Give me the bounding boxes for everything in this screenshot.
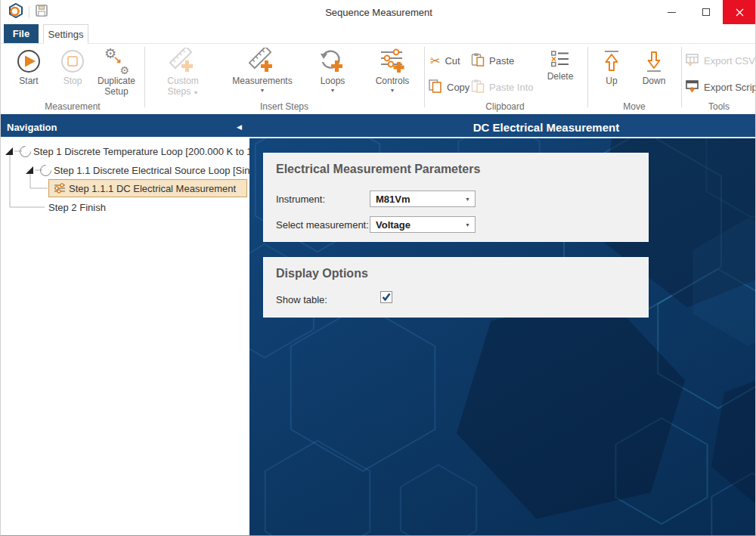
navigation-header: Navigation ◀: [1, 117, 249, 137]
navigation-title: Navigation: [7, 122, 57, 133]
titlebar-separator: [29, 6, 29, 18]
tree-item-step1-1[interactable]: Step 1.1 Discrete Electrical Source Loop…: [26, 162, 249, 178]
cut-icon: ✂: [430, 54, 440, 68]
display-options-title: Display Options: [276, 267, 368, 280]
minimize-icon: [668, 12, 676, 13]
copy-button[interactable]: Copy: [429, 78, 469, 96]
navigation-panel: Navigation ◀ Step 1 Discrete Temperature…: [1, 117, 249, 536]
export-csv-button[interactable]: Export CSV: [686, 51, 755, 70]
export-csv-icon: [686, 53, 699, 69]
main-header: DC Electrical Measurement: [249, 117, 756, 137]
display-options-card: Display Options Show table:: [263, 257, 649, 318]
sequence-tree: Step 1 Discrete Temperature Loop [200.00…: [1, 137, 249, 536]
dropdown-caret-icon: ▼: [260, 88, 265, 94]
dropdown-caret-icon: ▼: [194, 90, 199, 95]
select-measurement-dropdown[interactable]: Voltage ▼: [370, 216, 476, 233]
show-table-checkbox[interactable]: [380, 291, 392, 303]
instrument-label: Instrument:: [276, 194, 325, 205]
checkmark-icon: [382, 293, 391, 302]
controls-icon: [379, 47, 406, 76]
collapse-panel-button[interactable]: ◀: [237, 117, 242, 137]
group-divider: [424, 47, 425, 107]
measurements-icon: [249, 47, 276, 76]
move-up-button[interactable]: Up: [595, 47, 628, 86]
paste-into-button[interactable]: Paste Into: [471, 78, 534, 96]
save-button[interactable]: [35, 4, 48, 20]
delete-icon: [551, 47, 569, 71]
group-divider: [144, 47, 145, 107]
export-script-icon: [686, 79, 699, 95]
group-label-tools: Tools: [708, 101, 730, 112]
maximize-button[interactable]: [689, 0, 723, 24]
dropdown-caret-icon: ▼: [465, 197, 470, 202]
expander-icon[interactable]: [5, 147, 13, 155]
up-arrow-icon: [603, 47, 621, 76]
select-measurement-label: Select measurement:: [276, 219, 369, 231]
loops-button[interactable]: Loops ▼: [311, 47, 355, 94]
stop-icon: [60, 47, 85, 76]
show-table-label: Show table:: [276, 294, 327, 305]
ribbon: Start Stop ⚙ ↘ ⚙ Duplicate Setup Measure…: [1, 44, 756, 114]
parameters-card: Electrical Measurement Parameters Instru…: [263, 153, 649, 242]
group-divider: [587, 47, 588, 107]
measurement-step-icon: [54, 183, 66, 194]
ribbon-tab-row: File Settings: [1, 24, 756, 44]
dropdown-caret-icon: ▼: [465, 222, 470, 228]
loops-icon: [319, 47, 346, 76]
loop-step-icon: [38, 162, 54, 178]
dropdown-caret-icon: ▼: [390, 88, 395, 94]
start-icon: [16, 47, 42, 76]
dropdown-caret-icon: ▼: [330, 88, 336, 94]
tree-item-step1[interactable]: Step 1 Discrete Temperature Loop [200.00…: [5, 143, 249, 160]
instrument-dropdown[interactable]: M81Vm ▼: [370, 191, 476, 207]
group-label-insert-steps: Insert Steps: [260, 101, 308, 112]
parameters-card-title: Electrical Measurement Parameters: [276, 163, 480, 176]
page-title: DC Electrical Measurement: [473, 121, 619, 134]
tree-item-step1-1-1-selected[interactable]: Step 1.1.1 DC Electrical Measurement: [48, 179, 247, 197]
window-title: Sequence Measurement: [1, 0, 756, 24]
close-button[interactable]: [723, 0, 756, 24]
group-label-clipboard: Clipboard: [485, 101, 524, 112]
settings-content: Electrical Measurement Parameters Instru…: [249, 138, 756, 536]
expander-icon[interactable]: [26, 166, 33, 174]
stop-button[interactable]: Stop: [55, 47, 90, 86]
tree-item-step2[interactable]: Step 2 Finish: [48, 199, 106, 215]
delete-button[interactable]: Delete: [539, 47, 581, 82]
controls-button[interactable]: Controls ▼: [368, 47, 417, 94]
paste-button[interactable]: Paste: [471, 51, 514, 70]
custom-steps-button[interactable]: Custom Steps ▼: [161, 47, 205, 97]
main-panel: DC Electrical Measurement Electrical Mea…: [249, 117, 756, 536]
measurements-button[interactable]: Measurements ▼: [228, 47, 297, 94]
cut-button[interactable]: ✂ Cut: [430, 51, 460, 70]
duplicate-setup-icon: ⚙ ↘ ⚙: [103, 47, 130, 76]
close-icon: [736, 8, 744, 17]
group-label-move: Move: [623, 101, 645, 112]
paste-icon: [471, 53, 485, 69]
custom-steps-icon: [169, 47, 197, 76]
tab-settings[interactable]: Settings: [43, 24, 88, 44]
start-button[interactable]: Start: [11, 47, 46, 86]
duplicate-setup-button[interactable]: ⚙ ↘ ⚙ Duplicate Setup: [93, 47, 140, 97]
down-arrow-icon: [645, 47, 663, 76]
loop-step-icon: [17, 143, 33, 159]
titlebar: Sequence Measurement: [1, 0, 756, 24]
copy-icon: [429, 79, 442, 95]
tab-file[interactable]: File: [4, 24, 39, 43]
maximize-icon: [702, 8, 710, 16]
app-logo-icon: [8, 3, 23, 21]
paste-into-icon: [471, 79, 485, 95]
move-down-button[interactable]: Down: [636, 47, 672, 86]
export-script-button[interactable]: Export Script: [686, 78, 756, 96]
group-divider: [681, 47, 682, 107]
group-label-measurement: Measurement: [45, 101, 100, 112]
minimize-button[interactable]: [655, 0, 689, 24]
